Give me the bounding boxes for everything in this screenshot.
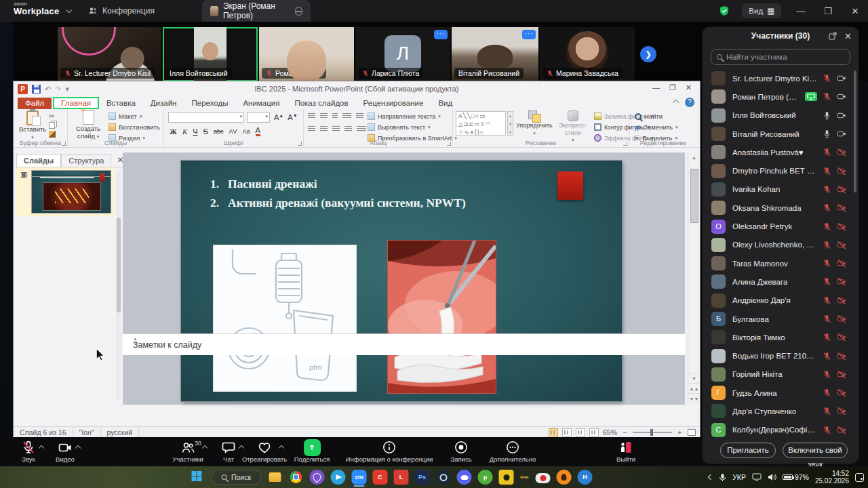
taskbar-app-icon[interactable] [310,470,325,485]
taskbar-app-icon[interactable] [436,470,451,485]
ribbon-tab[interactable]: Рецензирование [356,98,431,109]
tray-speaker-icon[interactable] [768,473,776,481]
clock[interactable]: 14:5225.02.2026 [815,470,849,485]
taskbar-app-icon[interactable]: Поиск [212,470,262,485]
strikethrough-icon[interactable]: S [203,127,208,136]
close-button[interactable]: ✕ [848,6,863,16]
view-button[interactable]: Вид ▦ [742,3,781,18]
layout-button[interactable]: Макет▾ [108,113,142,120]
taskbar-app-icon[interactable] [331,470,346,485]
font-size-combo[interactable] [247,112,270,123]
align-text-button[interactable]: Выровнять текст▾ [368,123,431,131]
reset-button[interactable]: Восстановить [108,123,160,131]
video-tile[interactable]: ··· Віталій Рисований [452,27,538,81]
participant-row[interactable]: Taras Mamonov [703,254,853,272]
search-participant-input[interactable]: Найти участника [711,49,850,65]
taskbar-app-icon[interactable] [191,470,205,485]
participant-row[interactable]: Водько Ігор ВЕТ 2101-2м-5 [703,346,853,365]
next-videos-button[interactable]: ❯ [640,46,656,62]
shadow-icon[interactable]: abc [214,128,224,135]
shapes-gallery-scroll[interactable]: ▲▼▼ [507,111,513,136]
pane-scrollbar[interactable] [116,170,121,401]
ribbon-tab[interactable]: Дизайн [143,98,184,109]
language-indicator[interactable]: русский [101,427,140,437]
panel-scrollbar[interactable] [854,70,856,192]
minimize-button[interactable]: — [793,6,808,16]
font-name-combo[interactable] [168,112,244,123]
notification-center-icon[interactable] [855,473,864,482]
numbering-icon[interactable] [320,113,328,119]
copy-icon[interactable] [49,122,55,129]
taskbar-app-icon[interactable]: HHH [520,470,530,485]
tab-screen-share[interactable]: Экран (Роман Петров) ••• [202,0,311,22]
slides-tab[interactable]: Слайды [16,154,61,167]
meeting-toolbar-button[interactable]: Поделиться [290,439,334,465]
participant-row[interactable]: Olexy Livoshchenko, SNAU [703,236,853,254]
new-slide-button[interactable]: Создать слайд ▾ [71,110,106,140]
ribbon-tab[interactable]: Анимация [235,98,287,109]
underline-icon[interactable]: Ч [193,127,197,136]
maximize-button[interactable]: ❐ [821,6,835,16]
taskbar-app-icon[interactable]: L [394,470,409,485]
replace-button[interactable]: abЗаменить▾ [635,123,678,131]
outline-tab[interactable]: Структура [61,154,111,167]
meeting-toolbar-button[interactable]: Звук [11,439,46,465]
clipboard-dialog-launcher[interactable] [62,142,66,146]
grow-font-icon[interactable]: А▲ [274,113,283,121]
change-case-icon[interactable]: Аа [242,128,250,135]
taskbar-app-icon[interactable] [499,470,514,485]
taskbar-app-icon[interactable] [457,470,472,485]
participant-row[interactable]: Dmytro Pinchuk ВЕТ 2201-1 м5 [703,161,853,180]
zoom-in-button[interactable]: + [676,428,684,436]
meeting-toolbar-button[interactable]: 30 Участники [165,439,211,465]
align-right-icon[interactable] [332,126,340,132]
keyboard-language[interactable]: УКР [732,473,746,481]
taskbar-app-icon[interactable]: Ps [415,470,430,485]
tray-display-icon[interactable] [752,473,762,481]
shrink-font-icon[interactable]: А▼ [288,113,297,121]
meeting-toolbar-button[interactable]: Дополнительно [483,439,542,465]
line-spacing-icon[interactable] [356,113,363,119]
font-color-icon[interactable]: А [256,126,260,136]
align-center-icon[interactable] [320,126,328,132]
char-spacing-icon[interactable]: АV [229,128,237,135]
justify-icon[interactable] [344,126,352,132]
ppt-close-button[interactable]: ✕ [686,83,692,92]
panel-close-button[interactable]: ✕ [844,31,852,41]
pane-close-button[interactable]: ✕ [111,155,123,167]
meeting-toolbar-button[interactable]: Запись [442,439,480,465]
shapes-gallery[interactable]: A╲╲□○▭ △⊐⊏⇨⇩◠ ☆∿∧{}○ [456,111,506,136]
taskbar-app-icon[interactable]: Н [578,470,593,485]
bold-icon[interactable]: Ж [170,127,177,136]
zoom-out-button[interactable]: − [621,428,629,436]
taskbar-app-icon[interactable] [536,473,551,483]
video-tile[interactable]: Л ··· Лариса Плюта [355,27,450,81]
tile-more-button[interactable]: ··· [434,30,448,39]
chevron-up-icon[interactable] [75,445,81,451]
ppt-maximize-button[interactable]: ❐ [669,83,676,92]
tray-expand-icon[interactable] [708,474,713,480]
ribbon-tab[interactable]: Вид [431,98,460,109]
chevron-up-icon[interactable] [39,445,44,451]
ribbon-tab[interactable]: Вставка [99,98,143,109]
taskbar-app-icon[interactable] [557,470,572,485]
save-icon[interactable] [32,85,41,94]
text-direction-button[interactable]: Направление текста▾ [368,113,441,120]
paste-button[interactable]: Вставить▾ [19,110,46,141]
help-icon[interactable]: ? [685,98,694,107]
tab-options-icon[interactable]: ••• [295,7,302,16]
cut-icon[interactable]: ✂ [49,113,56,120]
participant-row[interactable]: Anastasiia Pustovà♥ [703,143,853,161]
workspace-chevron-icon[interactable] [66,7,72,13]
chevron-up-icon[interactable] [202,445,208,451]
taskbar-app-icon[interactable]: zm [352,470,367,485]
notes-pane[interactable]: Заметки к слайду ▲▼ [123,333,685,355]
taskbar-app-icon[interactable] [289,470,304,485]
increase-indent-icon[interactable] [342,113,351,119]
meeting-toolbar-button[interactable]: Видео [47,439,83,465]
battery-indicator[interactable]: 97% [783,473,809,481]
participant-row[interactable]: Ivanka Kohan [703,180,853,199]
participant-row[interactable]: Дар'я Ступаченко [703,402,853,420]
paragraph-dialog-launcher[interactable] [447,142,451,146]
italic-icon[interactable]: К [182,127,187,136]
